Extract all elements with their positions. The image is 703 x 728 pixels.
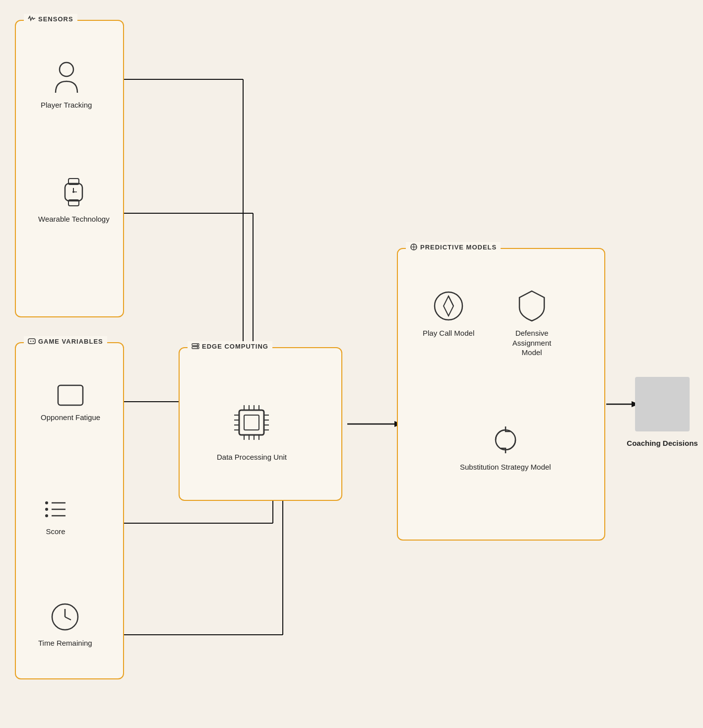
game-vars-box: GAME VARIABLES Opponent Fatigue Score — [15, 342, 124, 679]
defensive-assignment-node: Defensive Assignment Model — [502, 289, 562, 358]
svg-rect-46 — [239, 410, 264, 435]
diagram-container: SENSORS Player Tracking — [0, 0, 703, 728]
edge-icon — [192, 342, 199, 350]
svg-rect-32 — [58, 385, 83, 405]
player-tracking-node: Player Tracking — [41, 61, 92, 110]
cpu-icon — [227, 398, 276, 447]
person-icon — [52, 61, 81, 95]
svg-rect-47 — [244, 415, 259, 430]
play-call-node: Play Call Model — [423, 289, 474, 338]
models-icon — [410, 243, 418, 251]
svg-point-37 — [45, 514, 48, 517]
sensors-box: SENSORS Player Tracking — [15, 20, 124, 317]
svg-point-35 — [45, 508, 48, 511]
svg-marker-68 — [444, 296, 453, 316]
game-vars-label: GAME VARIABLES — [24, 336, 107, 346]
data-processing-node: Data Processing Unit — [217, 398, 287, 462]
substitution-strategy-node: Substitution Strategy Model — [460, 423, 551, 472]
coaching-decisions-label: Coaching Decisions — [625, 439, 700, 447]
svg-point-33 — [45, 501, 48, 504]
score-node: Score — [41, 497, 70, 537]
sensors-icon — [28, 15, 36, 23]
opponent-fatigue-node: Opponent Fatigue — [41, 383, 100, 423]
svg-point-21 — [60, 62, 73, 76]
clock-icon — [49, 601, 81, 633]
sensors-label: SENSORS — [24, 14, 77, 24]
svg-point-45 — [197, 347, 198, 348]
rectangle-icon — [56, 383, 85, 408]
svg-line-69 — [448, 296, 453, 306]
svg-rect-28 — [28, 339, 35, 344]
shield-icon — [514, 289, 549, 323]
coaching-decisions-box — [635, 377, 690, 431]
predictive-models-box: PREDICTIVE MODELS Play Call Model Defens… — [397, 248, 605, 541]
pred-models-label: PREDICTIVE MODELS — [406, 242, 501, 252]
compass-icon — [431, 289, 466, 323]
gamepad-icon — [28, 337, 36, 345]
watch-icon — [58, 175, 90, 209]
time-remaining-node: Time Remaining — [38, 601, 92, 648]
svg-point-44 — [197, 344, 198, 345]
svg-point-31 — [33, 341, 34, 342]
edge-box: EDGE COMPUTING — [179, 347, 342, 501]
refresh-icon — [488, 423, 523, 457]
wearable-tech-node: Wearable Technology — [38, 175, 110, 224]
edge-label: EDGE COMPUTING — [188, 341, 272, 351]
svg-line-41 — [65, 617, 71, 620]
lines-icon — [41, 497, 70, 522]
